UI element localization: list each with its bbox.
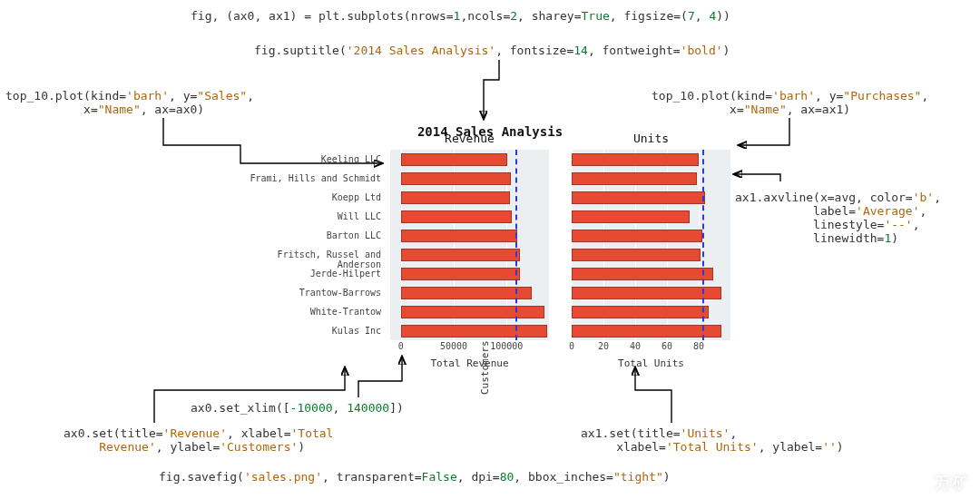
subplot-title-units: Units [572, 132, 730, 145]
y-tick-label: Trantow-Barrows [245, 288, 381, 298]
y-tick-labels: Keeling LLCFrami, Hills and SchmidtKoepp… [245, 150, 386, 340]
diagram-root: { "code": { "subplots": "fig, (ax0, ax1)… [0, 0, 980, 499]
x-ticks-units: 020406080 [572, 341, 730, 354]
x-tick: 40 [630, 341, 641, 351]
bar [401, 268, 521, 280]
watermark-icon [911, 471, 931, 491]
x-tick: 20 [598, 341, 609, 351]
bar [401, 249, 521, 261]
bar [401, 287, 533, 299]
x-tick: 0 [569, 341, 574, 351]
bar [572, 153, 699, 166]
bar [401, 210, 513, 223]
bar [572, 191, 705, 204]
y-tick-label: Fritsch, Russel and Anderson [245, 250, 381, 269]
bar [401, 153, 508, 166]
code-suptitle: fig.suptitle('2014 Sales Analysis', font… [254, 44, 730, 57]
avg-line-revenue [515, 150, 517, 340]
y-tick-label: Frami, Hills and Schmidt [245, 173, 381, 183]
bar [572, 287, 721, 299]
subplot-revenue: Revenue Keeling LLCFrami, Hills and Schm… [390, 150, 549, 340]
y-tick-label: Jerde-Hilpert [245, 269, 381, 279]
bar [572, 268, 713, 280]
x-ticks-revenue: 050000100000 [390, 341, 549, 354]
x-tick: 0 [398, 341, 404, 351]
y-tick-label: Barton LLC [245, 230, 381, 240]
code-subplots: fig, (ax0, ax1) = plt.subplots(nrows=1,n… [191, 9, 730, 23]
bar [401, 325, 547, 338]
subplot-units: Units 020406080 Total Units [572, 150, 730, 340]
bar [572, 210, 690, 223]
y-tick-label: White-Trantow [245, 307, 381, 317]
x-tick: 50000 [440, 341, 467, 351]
x-axis-label-revenue: Total Revenue [390, 357, 549, 369]
bar [572, 325, 721, 338]
subplot-title-revenue: Revenue [390, 132, 549, 145]
bar [572, 230, 702, 242]
bar [572, 306, 709, 318]
figure: 2014 Sales Analysis Customers Revenue Ke… [245, 150, 735, 377]
code-ax0-set: ax0.set(title='Revenue', xlabel='Total R… [64, 426, 333, 454]
x-tick: 100000 [490, 341, 523, 351]
bar [401, 172, 511, 185]
code-set-xlim: ax0.set_xlim([-10000, 140000]) [191, 401, 404, 415]
code-plot-right: top_10.plot(kind='barh', y="Purchases", … [652, 89, 928, 116]
watermark: 万矿 [911, 471, 971, 494]
bar [572, 249, 701, 261]
bar [401, 306, 545, 318]
code-ax1-set: ax1.set(title='Units', xlabel='Total Uni… [581, 426, 844, 454]
y-tick-label: Koepp Ltd [245, 192, 381, 202]
bar [401, 191, 510, 204]
avg-line-units [702, 150, 704, 340]
watermark-text: 万矿 [935, 474, 971, 492]
x-axis-label-units: Total Units [572, 357, 730, 369]
y-tick-label: Will LLC [245, 211, 381, 221]
x-tick: 60 [662, 341, 672, 351]
y-tick-label: Kulas Inc [245, 326, 381, 336]
y-tick-label: Keeling LLC [245, 154, 381, 164]
code-savefig: fig.savefig('sales.png', transparent=Fal… [159, 470, 671, 484]
code-axvline: ax1.axvline(x=avg, color='b', label='Ave… [735, 191, 941, 245]
x-tick: 80 [693, 341, 704, 351]
bar [572, 172, 697, 185]
code-plot-left: top_10.plot(kind='barh', y="Sales", x="N… [5, 89, 254, 116]
bar [401, 230, 517, 242]
